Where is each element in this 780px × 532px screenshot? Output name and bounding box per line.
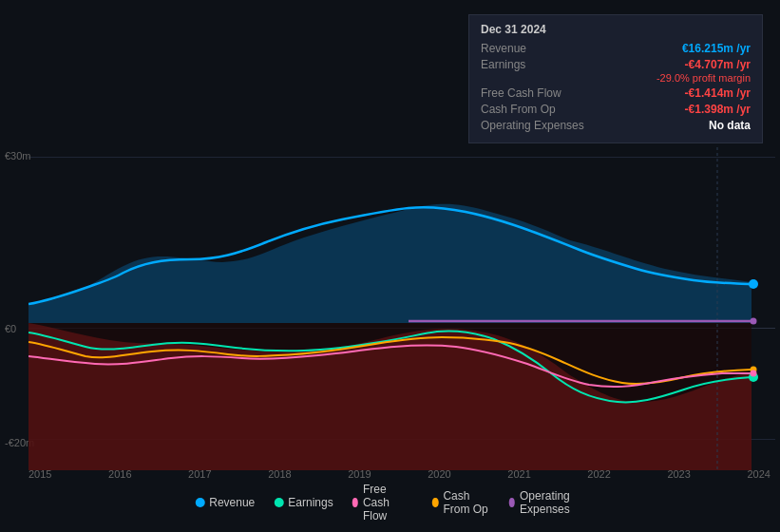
tooltip-row-fcf: Free Cash Flow -€1.414m /yr xyxy=(481,86,751,100)
x-label-2020: 2020 xyxy=(428,468,450,480)
legend-label-revenue: Revenue xyxy=(209,496,255,509)
tooltip-label-fcf: Free Cash Flow xyxy=(481,86,595,100)
x-label-2024: 2024 xyxy=(747,468,770,480)
tooltip-value-earnings: -€4.707m /yr xyxy=(685,58,751,71)
tooltip-row-revenue: Revenue €16.215m /yr xyxy=(481,42,751,55)
legend-label-cashop: Cash From Op xyxy=(443,489,489,516)
legend-dot-revenue xyxy=(195,498,204,507)
tooltip-label-opex: Operating Expenses xyxy=(481,119,595,132)
tooltip-label-earnings: Earnings xyxy=(481,58,595,71)
x-label-2017: 2017 xyxy=(188,468,211,480)
profit-margin: -29.0% profit margin xyxy=(481,72,751,84)
svg-point-7 xyxy=(751,318,757,325)
legend-dot-opex xyxy=(509,498,515,507)
legend-item-earnings[interactable]: Earnings xyxy=(274,496,333,509)
x-axis-labels: 2015 2016 2017 2018 2019 2020 2021 2022 … xyxy=(29,468,770,480)
tooltip-box: Dec 31 2024 Revenue €16.215m /yr Earning… xyxy=(468,14,763,143)
legend-item-opex[interactable]: Operating Expenses xyxy=(509,489,585,516)
x-label-2018: 2018 xyxy=(268,468,291,480)
tooltip-row-opex: Operating Expenses No data xyxy=(481,119,751,132)
tooltip-label-cashop: Cash From Op xyxy=(481,103,595,116)
legend-dot-cashop xyxy=(432,498,438,507)
svg-point-6 xyxy=(751,370,757,377)
legend-item-fcf[interactable]: Free Cash Flow xyxy=(352,483,413,522)
legend-item-revenue[interactable]: Revenue xyxy=(195,496,255,509)
legend-item-cashop[interactable]: Cash From Op xyxy=(432,489,490,516)
legend-dot-earnings xyxy=(274,498,283,507)
x-label-2022: 2022 xyxy=(587,468,610,480)
x-label-2016: 2016 xyxy=(108,468,131,480)
tooltip-value-cashop: -€1.398m /yr xyxy=(685,103,751,116)
x-label-2015: 2015 xyxy=(29,468,51,480)
legend-label-fcf: Free Cash Flow xyxy=(363,483,413,522)
x-label-2019: 2019 xyxy=(348,468,371,480)
tooltip-value-revenue: €16.215m /yr xyxy=(682,42,751,55)
svg-point-3 xyxy=(749,279,758,289)
tooltip-value-opex: No data xyxy=(709,119,751,132)
chart-legend: Revenue Earnings Free Cash Flow Cash Fro… xyxy=(195,483,585,522)
main-chart-svg xyxy=(0,147,780,470)
chart-container: Dec 31 2024 Revenue €16.215m /yr Earning… xyxy=(0,0,780,532)
legend-dot-fcf xyxy=(352,498,358,507)
tooltip-date: Dec 31 2024 xyxy=(481,23,751,36)
tooltip-row-cashop: Cash From Op -€1.398m /yr xyxy=(481,103,751,116)
tooltip-value-fcf: -€1.414m /yr xyxy=(685,86,751,100)
tooltip-label-revenue: Revenue xyxy=(481,42,595,55)
tooltip-row-earnings: Earnings -€4.707m /yr xyxy=(481,58,751,71)
x-label-2021: 2021 xyxy=(507,468,530,480)
legend-label-opex: Operating Expenses xyxy=(520,489,585,516)
x-label-2023: 2023 xyxy=(667,468,690,480)
legend-label-earnings: Earnings xyxy=(288,496,333,509)
